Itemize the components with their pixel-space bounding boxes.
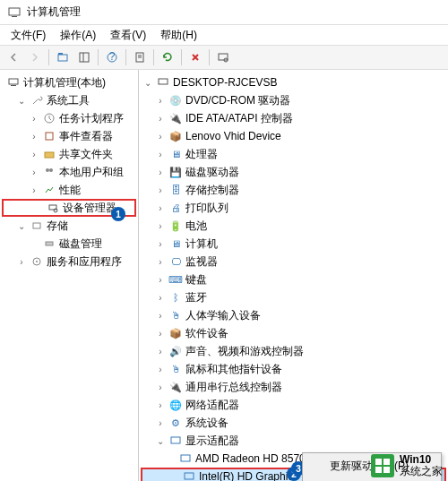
watermark-line1: Win10 <box>400 454 443 466</box>
expand-icon[interactable]: › <box>155 95 166 106</box>
properties-button[interactable] <box>130 47 150 67</box>
tree-label: 网络适配器 <box>185 398 239 413</box>
category-display-adapters[interactable]: ⌄ 显示适配器 <box>139 432 448 450</box>
device-category[interactable]: ›⌨键盘 <box>139 271 448 288</box>
expand-icon[interactable]: › <box>29 113 39 124</box>
refresh-button[interactable] <box>158 47 177 67</box>
svg-rect-23 <box>46 242 53 245</box>
expand-icon[interactable]: › <box>155 131 166 142</box>
device-category[interactable]: ›🔌通用串行总线控制器 <box>139 378 448 396</box>
watermark-line2: 系统之家 <box>400 466 443 477</box>
category-icon: ⌨ <box>168 272 183 287</box>
tree-item-event-viewer[interactable]: › 事件查看器 <box>0 127 138 145</box>
device-category[interactable]: ›🖥计算机 <box>139 235 448 253</box>
device-category[interactable]: ›🖨打印队列 <box>139 199 448 217</box>
expand-icon[interactable]: › <box>155 113 166 124</box>
folder-icon <box>42 147 56 161</box>
expand-icon[interactable]: › <box>29 167 39 177</box>
expand-icon[interactable]: › <box>155 202 166 213</box>
svg-rect-1 <box>12 16 17 17</box>
tree-item-performance[interactable]: › 性能 <box>0 181 138 199</box>
expand-icon[interactable]: › <box>155 292 166 303</box>
menu-disable-device[interactable]: 禁用设备(D) <box>305 477 439 481</box>
menu-action[interactable]: 操作(A) <box>53 26 103 45</box>
expand-icon[interactable]: › <box>155 328 166 339</box>
perf-icon <box>42 183 56 197</box>
device-category[interactable]: ›🔌IDE ATA/ATAPI 控制器 <box>139 109 448 127</box>
services-icon <box>30 254 44 269</box>
menu-help[interactable]: 帮助(H) <box>153 26 204 45</box>
device-category[interactable]: ›📦Lenovo Vhid Device <box>139 127 448 145</box>
svg-rect-22 <box>33 223 40 228</box>
collapse-icon[interactable]: ⌄ <box>16 220 27 231</box>
main-area: 计算机管理(本地) ⌄ 系统工具 › 任务计划程序 › 事件查看器 › 共享文件… <box>0 70 448 481</box>
category-icon: 🔌 <box>168 111 183 125</box>
expand-icon[interactable]: › <box>29 185 39 195</box>
expand-icon[interactable]: › <box>155 399 166 410</box>
expand-icon[interactable]: › <box>155 346 166 356</box>
expand-icon[interactable]: › <box>155 364 166 374</box>
gpu-icon <box>178 451 193 466</box>
tree-item-shared-folders[interactable]: › 共享文件夹 <box>0 145 138 163</box>
menu-file[interactable]: 文件(F) <box>4 26 53 45</box>
expand-icon[interactable]: › <box>29 131 39 142</box>
svg-rect-30 <box>375 459 382 465</box>
svg-rect-14 <box>11 85 16 86</box>
forward-button[interactable] <box>25 47 45 67</box>
scan-button[interactable] <box>213 47 233 67</box>
device-category[interactable]: ›🖵监视器 <box>139 253 448 271</box>
help-button[interactable]: ? <box>102 47 122 67</box>
device-category[interactable]: ›🔊声音、视频和游戏控制器 <box>139 342 448 360</box>
menu-view[interactable]: 查看(V) <box>103 26 153 45</box>
expand-icon[interactable]: › <box>29 149 39 159</box>
tree-services[interactable]: › 服务和应用程序 <box>0 253 138 271</box>
expand-icon[interactable]: › <box>155 382 166 392</box>
window-title: 计算机管理 <box>27 4 81 20</box>
expand-icon[interactable]: › <box>155 220 166 231</box>
watermark-text: Win10 系统之家 <box>400 454 443 477</box>
collapse-icon[interactable]: ⌄ <box>155 435 166 446</box>
expand-icon[interactable]: › <box>155 167 166 177</box>
device-category[interactable]: ›💾磁盘驱动器 <box>139 163 448 181</box>
tree-root[interactable]: 计算机管理(本地) <box>0 73 138 91</box>
toolbar-separator <box>153 49 154 65</box>
clock-icon <box>42 111 56 125</box>
device-category[interactable]: ›🔋电池 <box>139 217 448 235</box>
annotation-badge-1: 1 <box>111 207 125 221</box>
collapse-icon[interactable]: ⌄ <box>142 77 153 88</box>
category-icon: 🌐 <box>168 398 183 412</box>
expand-icon[interactable]: › <box>155 185 166 195</box>
expand-icon[interactable]: › <box>155 417 166 428</box>
expand-icon[interactable]: › <box>155 149 166 159</box>
expand-icon[interactable]: › <box>155 274 166 285</box>
device-category[interactable]: ›💿DVD/CD-ROM 驱动器 <box>139 91 448 109</box>
device-category[interactable]: ›🗄存储控制器 <box>139 181 448 199</box>
expand-icon[interactable]: › <box>155 238 166 249</box>
tree-item-task-scheduler[interactable]: › 任务计划程序 <box>0 109 138 127</box>
back-button[interactable] <box>4 47 23 67</box>
tree-item-local-users[interactable]: › 本地用户和组 <box>0 163 138 181</box>
device-category[interactable]: ›🖱人体学输入设备 <box>139 306 448 324</box>
toolbar-separator <box>98 49 99 65</box>
device-category[interactable]: ›🖥处理器 <box>139 145 448 163</box>
device-category[interactable]: ›⚙系统设备 <box>139 414 448 432</box>
device-category[interactable]: ›🌐网络适配器 <box>139 396 448 414</box>
tree-label: IDE ATA/ATAPI 控制器 <box>185 111 293 126</box>
svg-rect-33 <box>383 467 390 473</box>
device-root[interactable]: ⌄ DESKTOP-RJCEVSB <box>139 73 448 91</box>
device-category[interactable]: ›📦软件设备 <box>139 324 448 342</box>
tree-label: 显示适配器 <box>185 434 239 449</box>
expand-icon[interactable]: › <box>155 256 166 267</box>
tree-system-tools[interactable]: ⌄ 系统工具 <box>0 91 138 109</box>
device-category[interactable]: ›ᛒ蓝牙 <box>139 288 448 306</box>
delete-button[interactable] <box>185 47 205 67</box>
show-hide-button[interactable] <box>74 47 94 67</box>
collapse-icon[interactable]: ⌄ <box>16 95 27 106</box>
category-icon: 🗄 <box>168 183 183 197</box>
expand-icon[interactable]: › <box>155 310 166 321</box>
expand-icon[interactable]: › <box>16 256 27 267</box>
tree-item-disk-mgmt[interactable]: 磁盘管理 <box>0 235 138 253</box>
device-category[interactable]: ›🖱鼠标和其他指针设备 <box>139 360 448 378</box>
up-button[interactable] <box>53 47 73 67</box>
tree-label: 鼠标和其他指针设备 <box>185 362 282 377</box>
